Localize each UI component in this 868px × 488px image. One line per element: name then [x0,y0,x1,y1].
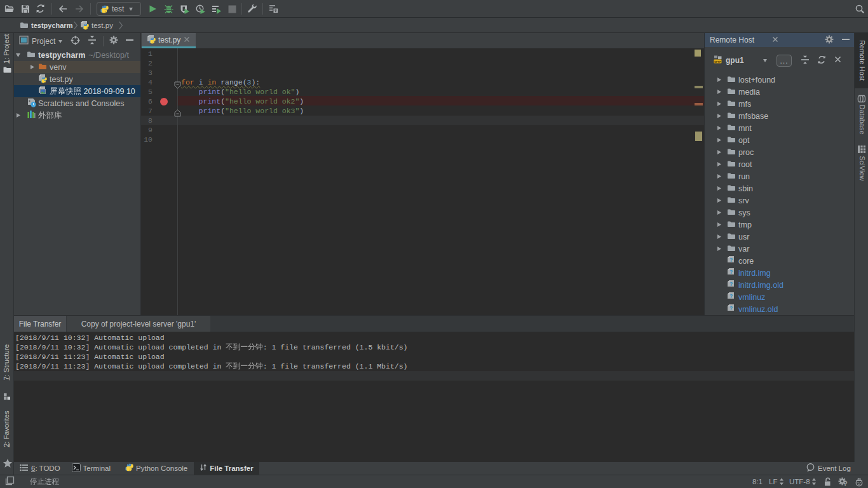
svg-text:?: ? [729,281,733,287]
svg-text:?: ? [729,269,733,275]
svg-text:?: ? [729,293,733,299]
svg-text:SFTP: SFTP [714,60,721,64]
svg-text:?: ? [729,257,733,263]
svg-text:?: ? [843,480,848,487]
svg-text:?: ? [729,305,733,311]
